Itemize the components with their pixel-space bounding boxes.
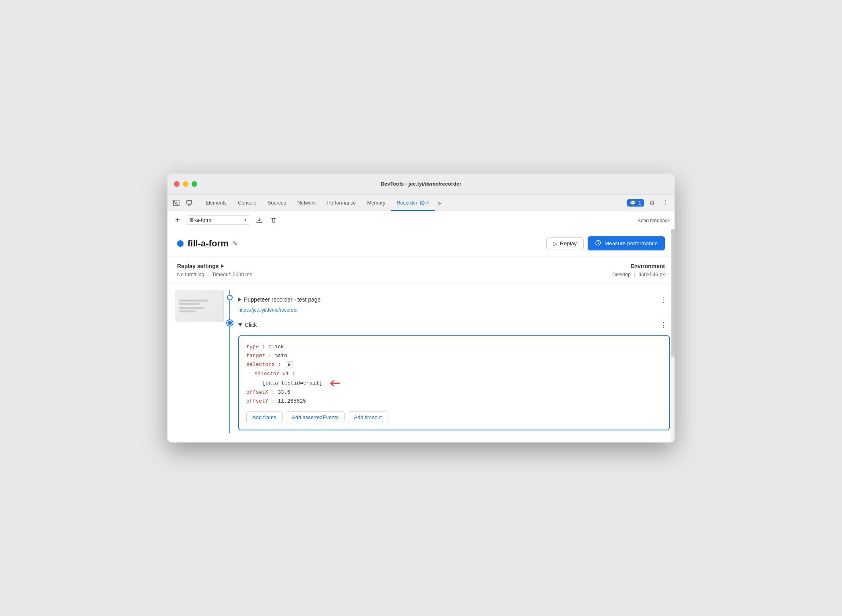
svg-rect-2 — [188, 205, 190, 205]
devtools-window: DevTools - jec.fyi/demo/recorder E — [167, 174, 675, 442]
minimize-button[interactable] — [183, 181, 188, 187]
code-line-type: type : click — [246, 343, 662, 351]
recording-name-heading: fill-a-form — [188, 238, 228, 249]
code-line-selector1-val: [data-testid=email] — [262, 378, 662, 388]
tab-network[interactable]: Network — [292, 194, 322, 211]
inspect-element-icon[interactable] — [171, 197, 182, 209]
step-click-dot — [227, 320, 233, 326]
maximize-button[interactable] — [192, 181, 197, 187]
add-recording-button[interactable]: + — [172, 215, 183, 225]
red-arrow-indicator — [325, 378, 340, 388]
recorder-toolbar: + fill-a-form ▾ Send feedback — [167, 211, 675, 229]
add-timeout-button[interactable]: Add timeout — [348, 411, 388, 423]
window-title: DevTools - jec.fyi/demo/recorder — [381, 181, 462, 187]
step-click-content: Click ⋮ type : click — [236, 318, 670, 430]
code-line-offsetY: offsetY : 11.265625 — [246, 397, 662, 406]
tabs-icons — [171, 194, 200, 211]
measure-icon — [595, 240, 601, 247]
main-content: fill-a-form ✎ ▷ Replay Measure performan… — [167, 229, 675, 442]
traffic-lights — [174, 181, 197, 187]
code-line-selector1: selector #1 : — [254, 370, 662, 378]
step-action-buttons: Add frame Add assertedEvents Add timeout — [246, 411, 662, 423]
step-click-header: Click ⋮ — [238, 318, 670, 332]
replay-settings-toggle[interactable]: Replay settings — [177, 263, 252, 269]
svg-line-5 — [421, 202, 423, 204]
device-toolbar-icon[interactable] — [184, 197, 195, 209]
svg-rect-1 — [187, 201, 192, 204]
tab-recorder[interactable]: Recorder × — [391, 194, 434, 211]
dropdown-arrow-icon: ▾ — [244, 217, 247, 223]
recording-name-label: fill-a-form — [190, 217, 211, 223]
edit-name-icon[interactable]: ✎ — [232, 240, 237, 247]
step-click-label[interactable]: Click — [238, 322, 257, 328]
step-thumbnail-preview — [175, 290, 224, 322]
code-line-selectors: selectors : — [246, 360, 662, 369]
chat-badge[interactable]: 💬 1 — [627, 199, 644, 207]
recording-status-dot — [177, 240, 184, 247]
toolbar-right: Send feedback — [638, 217, 670, 224]
step-navigate-header: Puppeteer recorder - test page ⋮ — [238, 292, 670, 307]
settings-icon[interactable]: ⚙ — [646, 197, 658, 209]
download-recording-button[interactable] — [254, 215, 265, 226]
step-navigate-content: Puppeteer recorder - test page ⋮ https:/… — [236, 292, 670, 313]
steps-thumbnail — [167, 290, 224, 433]
settings-expand-icon — [221, 264, 224, 268]
measure-performance-button[interactable]: Measure performance — [588, 236, 665, 250]
svg-marker-7 — [339, 381, 340, 386]
step-navigate-more-button[interactable]: ⋮ — [658, 294, 670, 305]
step-click-more-button[interactable]: ⋮ — [658, 320, 670, 330]
step-navigate-expand-icon — [238, 298, 241, 302]
delete-recording-button[interactable] — [268, 215, 279, 226]
titlebar: DevTools - jec.fyi/demo/recorder — [167, 174, 675, 194]
tab-performance[interactable]: Performance — [322, 194, 362, 211]
step-click-expand-icon — [238, 323, 242, 327]
environment-info: Desktop | 960×546 px — [612, 272, 665, 277]
recording-title-area: fill-a-form ✎ — [177, 238, 237, 249]
send-feedback-link[interactable]: Send feedback — [638, 218, 670, 223]
tab-sources[interactable]: Sources — [262, 194, 292, 211]
recording-selector[interactable]: fill-a-form ▾ — [186, 215, 250, 225]
tab-memory[interactable]: Memory — [361, 194, 391, 211]
settings-section: Replay settings No throttling | Timeout:… — [167, 256, 675, 283]
code-line-offsetX: offsetX : 33.5 — [246, 388, 662, 397]
tab-recorder-label: Recorder × — [396, 200, 429, 206]
header-actions: ▷ Replay Measure performance — [546, 236, 665, 250]
tab-overflow-btn[interactable]: » — [435, 194, 444, 211]
tab-list: Elements Console Sources Network Perform… — [200, 194, 627, 211]
tab-console[interactable]: Console — [232, 194, 262, 211]
step-navigate-url: https://jec.fyi/demo/recorder — [238, 307, 670, 313]
steps-timeline: Puppeteer recorder - test page ⋮ https:/… — [224, 290, 675, 433]
replay-play-icon: ▷ — [553, 240, 557, 247]
step-click-code: type : click target : main selectors — [238, 335, 670, 430]
code-line-target: target : main — [246, 351, 662, 360]
step-navigate-dot — [227, 295, 233, 300]
add-frame-button[interactable]: Add frame — [246, 411, 283, 423]
environment-title: Environment — [612, 263, 665, 269]
close-button[interactable] — [174, 181, 180, 187]
step-navigate: Puppeteer recorder - test page ⋮ https:/… — [224, 290, 675, 315]
step-click: Click ⋮ type : click — [224, 315, 675, 433]
recording-header: fill-a-form ✎ ▷ Replay Measure performan… — [167, 229, 675, 256]
selector-cursor-icon[interactable] — [286, 361, 293, 368]
more-options-icon[interactable]: ⋮ — [660, 197, 671, 209]
add-asserted-events-button[interactable]: Add assertedEvents — [286, 411, 345, 423]
devtools-tabbar: Elements Console Sources Network Perform… — [167, 194, 675, 211]
settings-sub-info: No throttling | Timeout: 5000 ms — [177, 272, 252, 277]
settings-left: Replay settings No throttling | Timeout:… — [177, 263, 252, 277]
chat-icon: 💬 — [630, 200, 636, 206]
replay-button[interactable]: ▷ Replay — [546, 237, 584, 250]
step-navigate-label[interactable]: Puppeteer recorder - test page — [238, 296, 321, 303]
settings-right: Environment Desktop | 960×546 px — [612, 263, 665, 277]
tabs-right-area: 💬 1 ⚙ ⋮ — [627, 194, 671, 211]
steps-area: Puppeteer recorder - test page ⋮ https:/… — [167, 283, 675, 442]
tab-elements[interactable]: Elements — [200, 194, 232, 211]
